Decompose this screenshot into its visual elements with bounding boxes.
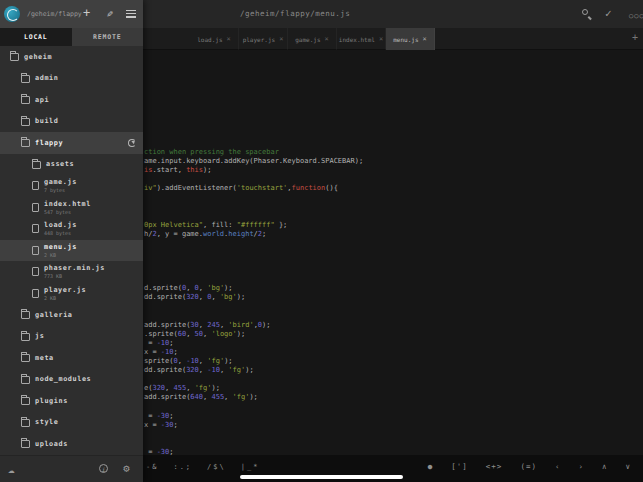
settings-gear-icon[interactable]: ⚙ bbox=[123, 462, 130, 475]
tree-item-label: player.js bbox=[44, 286, 86, 294]
tree-item-texts: node_modules bbox=[35, 375, 91, 383]
code-token: 640 bbox=[190, 393, 203, 401]
tree-item-texts: js bbox=[35, 332, 44, 340]
code-token: x = bbox=[144, 348, 161, 356]
open-file-path: /geheim/flappy/menu.js bbox=[240, 9, 350, 18]
code-line-2 bbox=[143, 75, 643, 84]
tree-item-label: galleria bbox=[35, 311, 73, 319]
code-token: ction when pressing the spacebar bbox=[144, 148, 279, 156]
tree-item-geheim[interactable]: geheim bbox=[0, 46, 143, 68]
code-token: dd.sprite( bbox=[144, 293, 186, 301]
tree-item-js[interactable]: js bbox=[0, 326, 143, 348]
refresh-icon[interactable] bbox=[128, 139, 136, 147]
editor-tab-menu.js[interactable]: menu.js× bbox=[386, 28, 435, 50]
tab-close-icon[interactable]: × bbox=[279, 35, 283, 43]
code-line-6 bbox=[143, 112, 643, 121]
tree-item-game.js[interactable]: game.js7 bytes bbox=[0, 175, 143, 197]
tree-item-label: assets bbox=[46, 160, 74, 168]
accessory-button-4[interactable]: ‹ bbox=[553, 459, 563, 474]
code-line-35 bbox=[143, 375, 643, 384]
code-line-25: d.sprite(0, 0, 'bg'); bbox=[143, 284, 643, 293]
folder-icon bbox=[21, 139, 30, 147]
tree-item-texts: plugins bbox=[35, 397, 68, 405]
code-token: 'touchstart' bbox=[237, 184, 288, 192]
code-token: d.sprite( bbox=[144, 284, 182, 292]
accessory-button-6[interactable]: ∧ bbox=[600, 459, 610, 474]
cloud-icon[interactable]: ☁ bbox=[8, 463, 15, 476]
code-token: ); bbox=[224, 284, 232, 292]
edit-pencil-icon[interactable]: ✎ bbox=[107, 8, 113, 19]
accessory-button-3[interactable]: (=) bbox=[518, 459, 539, 474]
tree-item-player.js[interactable]: player.js2 KB bbox=[0, 283, 143, 305]
code-line-13 bbox=[143, 175, 643, 184]
tab-remote[interactable]: REMOTE bbox=[72, 28, 144, 46]
code-line-7 bbox=[143, 121, 643, 130]
tree-item-galleria[interactable]: galleria bbox=[0, 304, 143, 326]
tree-item-menu.js[interactable]: menu.js2 KB bbox=[0, 240, 143, 262]
accessory-button-2[interactable]: <+> bbox=[484, 459, 505, 474]
tree-item-admin[interactable]: admin bbox=[0, 68, 143, 90]
tree-item-label: menu.js bbox=[44, 243, 77, 251]
folder-icon bbox=[21, 333, 30, 341]
code-token: = bbox=[144, 412, 157, 420]
code-token: 'fg' bbox=[233, 393, 250, 401]
tab-close-icon[interactable]: × bbox=[325, 35, 329, 43]
accessory-key-1[interactable]: :.; bbox=[171, 460, 194, 474]
code-token: , bbox=[224, 393, 232, 401]
accessory-key-2[interactable]: /$\ bbox=[205, 460, 228, 474]
tab-local[interactable]: LOCAL bbox=[0, 28, 72, 46]
source-tabs: LOCAL REMOTE bbox=[0, 28, 143, 46]
tree-item-plugins[interactable]: plugins bbox=[0, 390, 143, 412]
tree-item-api[interactable]: api bbox=[0, 89, 143, 111]
search-icon[interactable] bbox=[581, 8, 593, 20]
tree-item-build[interactable]: build bbox=[0, 111, 143, 133]
info-icon[interactable]: i bbox=[99, 464, 108, 473]
tree-item-texts: flappy bbox=[35, 139, 63, 147]
more-options-icon[interactable]: ○○○ bbox=[629, 9, 643, 23]
home-indicator[interactable] bbox=[240, 475, 403, 479]
code-editor[interactable]: ction when pressing the spacebarame.inpu… bbox=[143, 50, 643, 455]
code-token: , bbox=[186, 330, 194, 338]
tree-item-texts: geheim bbox=[24, 53, 52, 61]
editor-titlebar: /geheim/flappy/menu.js ✓ ○○○ bbox=[143, 0, 643, 28]
code-line-12: is.start, this); bbox=[143, 166, 643, 175]
accessory-key-0[interactable]: -& bbox=[144, 460, 160, 474]
editor-tab-game.js[interactable]: game.js× bbox=[288, 28, 337, 50]
tree-item-node_modules[interactable]: node_modules bbox=[0, 369, 143, 391]
new-tab-button[interactable]: + bbox=[632, 32, 638, 43]
tree-item-meta[interactable]: meta bbox=[0, 347, 143, 369]
editor-tab-player.js[interactable]: player.js× bbox=[239, 28, 288, 50]
syntax-check-icon[interactable]: ✓ bbox=[605, 7, 612, 21]
accessory-button-1[interactable]: ['] bbox=[449, 459, 470, 474]
menu-line bbox=[126, 13, 136, 14]
code-line-5 bbox=[143, 102, 643, 111]
tree-item-phaser.min.js[interactable]: phaser.min.js773 KB bbox=[0, 261, 143, 283]
code-token: 'fg' bbox=[195, 384, 212, 392]
menu-icon[interactable] bbox=[126, 10, 136, 20]
accessory-button-0[interactable]: ● bbox=[426, 459, 436, 474]
accessory-button-5[interactable]: › bbox=[576, 459, 586, 474]
tree-item-uploads[interactable]: uploads bbox=[0, 433, 143, 455]
code-token: ).addEventListener( bbox=[157, 184, 237, 192]
file-icon bbox=[32, 203, 39, 212]
code-line-14: iv").addEventListener('touchstart',funct… bbox=[143, 184, 643, 193]
add-file-icon[interactable]: + bbox=[83, 6, 90, 20]
tree-item-flappy[interactable]: flappy bbox=[0, 132, 143, 154]
tab-close-icon[interactable]: × bbox=[379, 35, 383, 43]
accessory-key-3[interactable]: |_* bbox=[239, 460, 262, 474]
editor-tab-load.js[interactable]: load.js× bbox=[190, 28, 239, 50]
folder-icon bbox=[21, 376, 30, 384]
tree-item-assets[interactable]: assets bbox=[0, 154, 143, 176]
code-line-38 bbox=[143, 403, 643, 412]
accessory-button-7[interactable]: ∨ bbox=[623, 459, 633, 474]
code-token: , bbox=[199, 321, 207, 329]
tree-item-load.js[interactable]: load.js448 bytes bbox=[0, 218, 143, 240]
tree-item-index.html[interactable]: index.html547 bytes bbox=[0, 197, 143, 219]
tab-close-icon[interactable]: × bbox=[423, 35, 427, 43]
tab-close-icon[interactable]: × bbox=[227, 35, 231, 43]
tree-item-style[interactable]: style bbox=[0, 412, 143, 434]
editor-tab-index.html[interactable]: index.html× bbox=[337, 28, 386, 50]
code-line-32: x = -10; bbox=[143, 348, 643, 357]
code-line-28 bbox=[143, 312, 643, 321]
code-line-16 bbox=[143, 203, 643, 212]
